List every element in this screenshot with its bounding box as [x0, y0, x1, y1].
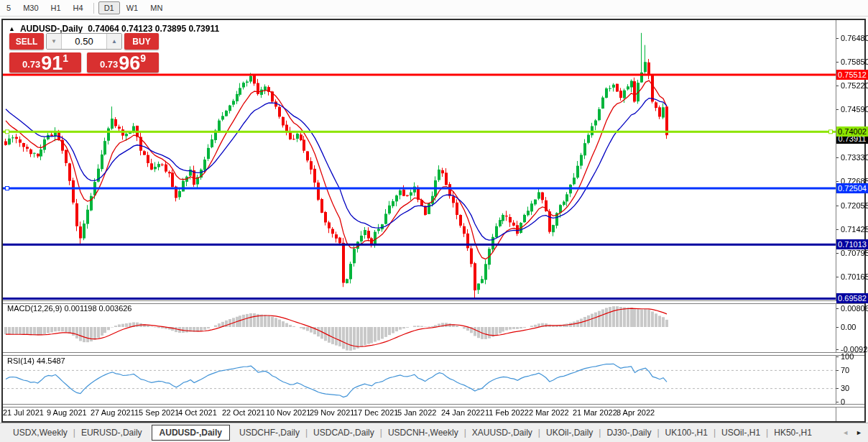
level-badge-0.71013: 0.71013 [836, 239, 868, 249]
date-axis-label: 11 Feb 2022 [485, 408, 529, 417]
chart-ohlc: 0.74064 0.74123 0.73895 0.73911 [88, 24, 219, 34]
date-axis-label: 29 Nov 2021 [310, 408, 354, 417]
tab-scroll-left-icon[interactable]: ◄ [842, 429, 849, 436]
macd-axis-label: 0.00 [841, 323, 856, 331]
timeframe-button-h1[interactable]: H1 [45, 1, 67, 14]
bid-price-prefix: 0.73 [22, 59, 40, 70]
rsi-axis-label: 70 [841, 366, 849, 374]
rsi-axis-label: 100 [841, 352, 854, 361]
date-axis-label: 17 Dec 2021 [354, 408, 398, 417]
one-click-trading-panel: SELL ▼ ▲ BUY 0.73 91 1 0.73 96 9 [9, 33, 159, 73]
date-axis-label: 8 Apr 2022 [617, 408, 655, 417]
macd-panel-divider[interactable] [3, 300, 864, 304]
chart-tab-uk100-h1[interactable]: UK100-,H1 [660, 425, 714, 441]
date-axis-label: 21 Mar 2022 [573, 408, 617, 417]
date-axis-label: 9 Aug 2021 [47, 408, 87, 417]
ask-price-prefix: 0.73 [100, 59, 118, 70]
date-axis-label: 10 Nov 2021 [266, 408, 310, 417]
volume-decrease-button[interactable]: ▼ [47, 34, 62, 49]
timeframe-button-mn[interactable]: MN [144, 1, 168, 14]
volume-spinner: ▼ ▲ [46, 33, 122, 50]
chart-tab-usdx-weekly[interactable]: USDX,Weekly [7, 425, 73, 441]
date-axis-label: 15 Sep 2021 [134, 408, 179, 417]
chart-tab-usoil-h1[interactable]: USOil-,H1 [716, 425, 766, 441]
level-badge-0.74002: 0.74002 [836, 126, 868, 137]
ask-price-sup: 9 [140, 52, 146, 64]
tab-scroll-right-icon[interactable]: ► [856, 429, 862, 436]
toolbar-separator [93, 3, 94, 14]
level-badge-0.69582: 0.69582 [836, 293, 868, 303]
bid-price-box[interactable]: 0.73 91 1 [9, 52, 81, 73]
rsi-indicator-label: RSI(14) 44.5487 [7, 356, 65, 365]
date-axis-label: 22 Oct 2021 [222, 408, 265, 417]
chart-tab-xauusd-daily[interactable]: XAUUSD-,Daily [466, 425, 538, 441]
volume-increase-button[interactable]: ▲ [106, 34, 121, 49]
timeframe-button-5[interactable]: 5 [1, 1, 17, 14]
date-axis-divider [3, 404, 864, 408]
date-axis-label: 5 Jan 2022 [397, 408, 436, 417]
price-tick-label: 0.72055 [841, 201, 868, 210]
price-tick-label: 0.74590 [841, 105, 868, 114]
chart-tab-usdcad-daily[interactable]: USDCAD-,Daily [308, 425, 380, 441]
ask-price-box[interactable]: 0.73 96 9 [87, 52, 159, 73]
chart-tab-dj30-daily[interactable]: DJ30-,Daily [601, 425, 657, 441]
macd-values: 0.001198 0.003626 [64, 304, 131, 313]
bid-price-sup: 1 [63, 52, 68, 64]
ask-price-big: 96 [119, 55, 140, 72]
date-axis-label: 21 Jul 2021 [3, 408, 44, 417]
timeframe-button-m30[interactable]: M30 [17, 1, 44, 14]
timeframe-button-w1[interactable]: W1 [121, 1, 144, 14]
price-tick-label: 0.71425 [841, 225, 868, 234]
chart-tab-eurusd-daily[interactable]: EURUSD-,Daily [75, 425, 148, 441]
level-badge-0.72504: 0.72504 [836, 183, 868, 193]
chart-tab-hk50-h1[interactable]: HK50-,H1 [768, 425, 818, 441]
chart-tab-ukoil-daily[interactable]: UKOil-,Daily [540, 425, 599, 441]
rsi-panel-divider[interactable] [3, 352, 864, 356]
price-tick-label: 0.70795 [841, 249, 868, 257]
price-tick-label: 0.70165 [841, 272, 868, 281]
rsi-axis-label: 0 [841, 397, 845, 406]
collapse-panel-icon[interactable]: ▲ [9, 25, 15, 32]
macd-axis-label: 0.008061 [841, 304, 868, 313]
chart-symbol-title: AUDUSD-,Daily [20, 24, 83, 34]
date-axis-label: 2 Mar 2022 [529, 408, 569, 417]
buy-button[interactable]: BUY [124, 33, 159, 50]
price-tick-label: 0.75850 [841, 57, 868, 66]
price-tick-label: 0.75220 [841, 81, 868, 90]
sell-button[interactable]: SELL [9, 33, 44, 50]
rsi-value: 44.5487 [37, 356, 65, 365]
date-axis-label: 24 Jan 2022 [441, 408, 485, 417]
chart-tab-bar: USDX,Weekly|EURUSD-,DailyAUDUSD-,DailyUS… [0, 423, 868, 442]
chart-title-bar: ▲ AUDUSD-,Daily 0.74064 0.74123 0.73895 … [9, 24, 219, 34]
price-tick-label: 0.76480 [841, 34, 868, 42]
level-badge-0.75512: 0.75512 [836, 70, 868, 80]
macd-indicator-label: MACD(12,26,9) 0.001198 0.003626 [7, 304, 131, 313]
chart-tab-usdchf-daily[interactable]: USDCHF-,Daily [234, 425, 305, 441]
volume-input[interactable] [62, 34, 106, 49]
chart-tab-usdcnh-weekly[interactable]: USDCNH-,Weekly [382, 425, 464, 441]
timeframe-button-d1[interactable]: D1 [98, 1, 120, 14]
date-axis-label: 27 Aug 2021 [91, 408, 135, 417]
rsi-axis-label: 30 [841, 384, 849, 392]
price-tick-label: 0.73330 [841, 153, 868, 162]
chart-tab-audusd-daily[interactable]: AUDUSD-,Daily [152, 425, 230, 441]
timeframe-toolbar: 5M30H1H4D1W1MN [0, 0, 868, 17]
bid-price-big: 91 [41, 55, 63, 72]
timeframe-button-h4[interactable]: H4 [68, 1, 89, 14]
date-axis-label: 4 Oct 2021 [178, 408, 217, 417]
price-axis-divider [836, 20, 836, 421]
